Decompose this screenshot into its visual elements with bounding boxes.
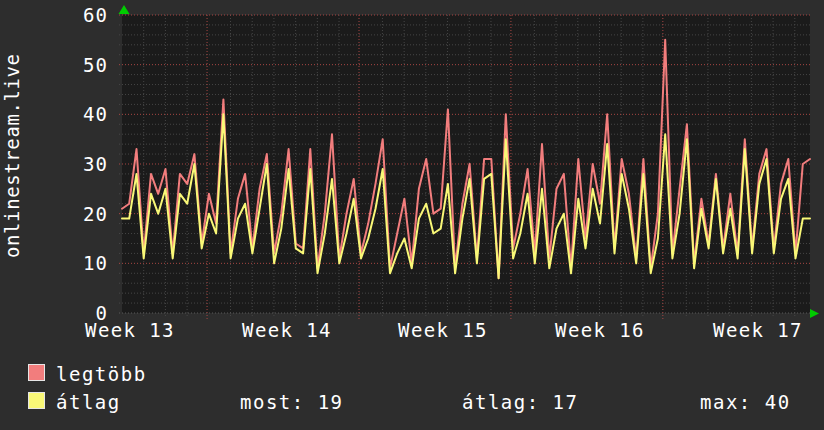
x-axis-label: Week 13: [70, 319, 190, 341]
y-axis-label: 20: [40, 204, 108, 224]
stat-most: most: 19: [240, 391, 344, 413]
y-axis-label: 10: [40, 253, 108, 273]
graph-page: onlinestream.live 0102030405060 Week 13W…: [0, 0, 824, 430]
legend-swatch-legtobb: [28, 364, 45, 381]
x-axis-label: Week 14: [227, 319, 347, 341]
y-axis-label: 60: [40, 5, 108, 25]
x-axis-label: Week 16: [540, 319, 660, 341]
y-axis-arrow-icon: [119, 5, 130, 14]
y-axis-label: 30: [40, 154, 108, 174]
x-axis-label: Week 17: [698, 319, 818, 341]
y-axis-label: 50: [40, 55, 108, 75]
x-axis-label: Week 15: [383, 319, 503, 341]
vertical-axis-title: onlinestream.live: [1, 42, 23, 258]
legend-swatch-atlag: [28, 392, 45, 409]
stat-max: max: 40: [700, 391, 791, 413]
legend-label-legtobb: legtöbb: [56, 363, 147, 385]
stat-atlag: átlag: 17: [462, 391, 578, 413]
y-axis-label: 40: [40, 104, 108, 124]
x-axis-arrow-icon: [810, 309, 819, 318]
legend-label-atlag: átlag: [56, 391, 121, 413]
